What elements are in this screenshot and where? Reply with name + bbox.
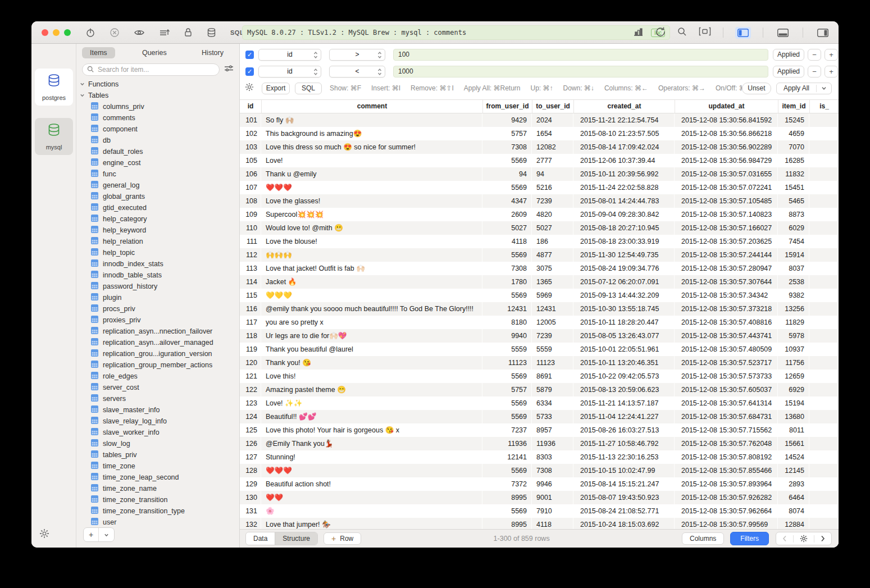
table-tree-item[interactable]: slow_log <box>76 438 239 449</box>
table-row[interactable]: 121 Love this! 5569 8691 2015-10-22 09:4… <box>240 370 839 383</box>
table-tree-item[interactable]: help_topic <box>76 247 239 258</box>
column-header-to-user-id[interactable]: to_user_id <box>532 100 573 113</box>
cell-to-user-id[interactable]: 9001 <box>532 491 573 504</box>
column-header-id[interactable]: id <box>240 100 261 113</box>
cell-created-at[interactable]: 2015-11-30 12:54:49.735 <box>573 248 675 262</box>
cell-updated-at[interactable]: 2015-12-08 15:30:57.926282 <box>675 491 778 504</box>
cell-item-id[interactable]: 8873 <box>778 208 809 221</box>
cell-item-id[interactable]: 2538 <box>778 275 809 289</box>
cell-is[interactable] <box>809 410 839 423</box>
cell-created-at[interactable]: 2015-11-27 10:58:46.792 <box>573 437 675 450</box>
cell-item-id[interactable]: 5978 <box>778 329 809 343</box>
cell-id[interactable]: 130 <box>240 491 261 504</box>
preview-eye-icon[interactable] <box>134 28 145 37</box>
table-tree-item[interactable]: servers <box>76 393 239 404</box>
cell-created-at[interactable]: 2015-10-11 20:39:56.992 <box>573 167 675 181</box>
cell-created-at[interactable]: 2015-08-14 15:15:21.247 <box>573 477 675 491</box>
chevron-down-icon[interactable] <box>816 85 831 92</box>
table-row[interactable]: 112 🙌🙌🙌 5569 4877 2015-11-30 12:54:49.73… <box>240 248 839 262</box>
cell-updated-at[interactable]: 2015-12-08 15:30:56.902289 <box>675 140 778 154</box>
cell-to-user-id[interactable]: 8957 <box>532 423 573 437</box>
connection-mysql[interactable]: mysql <box>35 118 73 155</box>
cell-item-id[interactable]: 11832 <box>778 167 809 181</box>
cell-is[interactable] <box>809 154 839 167</box>
cell-from-user-id[interactable]: 7308 <box>482 140 532 154</box>
cell-is[interactable] <box>809 248 839 262</box>
table-tree-item[interactable]: time_zone_transition <box>76 494 239 505</box>
table-tree-item[interactable]: gtid_executed <box>76 202 239 213</box>
cell-to-user-id[interactable]: 7239 <box>532 194 573 208</box>
cell-updated-at[interactable]: 2015-12-08 15:30:57.166027 <box>675 221 778 235</box>
table-tree-item[interactable]: plugin <box>76 292 239 303</box>
table-row[interactable]: 102 This background is amazing😍 5757 165… <box>240 127 839 140</box>
cell-comment[interactable]: Supercool💥💥💥 <box>261 208 482 221</box>
column-header-updated-at[interactable]: updated_at <box>675 100 778 113</box>
cell-id[interactable]: 121 <box>240 370 261 383</box>
previous-page-icon[interactable] <box>776 535 793 543</box>
cell-created-at[interactable]: 2015-08-18 20:27:10.945 <box>573 221 675 235</box>
cell-updated-at[interactable]: 2015-12-08 15:30:57.573733 <box>675 370 778 383</box>
cell-is[interactable] <box>809 491 839 504</box>
table-tree-item[interactable]: engine_cost <box>76 157 239 168</box>
cell-id[interactable]: 129 <box>240 477 261 491</box>
cell-is[interactable] <box>809 194 839 208</box>
cell-to-user-id[interactable]: 4118 <box>532 518 573 529</box>
cell-id[interactable]: 109 <box>240 208 261 221</box>
cell-created-at[interactable]: 2015-08-07 19:43:50.923 <box>573 491 675 504</box>
cell-created-at[interactable]: 2015-08-14 17:09:42.024 <box>573 140 675 154</box>
cell-comment[interactable]: Amazing pastel theme 😁 <box>261 383 482 396</box>
toggle-left-panel-icon[interactable] <box>735 27 751 39</box>
filter-settings-gear-icon[interactable] <box>245 83 254 94</box>
cell-created-at[interactable]: 2015-08-13 20:59:06.623 <box>573 383 675 396</box>
cell-comment[interactable]: Beautiful action shot! <box>261 477 482 491</box>
table-tree-item[interactable]: general_log <box>76 180 239 191</box>
table-tree-item[interactable]: comments <box>76 112 239 124</box>
commit-list-icon[interactable] <box>159 28 170 37</box>
cell-id[interactable]: 118 <box>240 329 261 343</box>
cell-to-user-id[interactable]: 12005 <box>532 316 573 329</box>
cell-comment[interactable]: @emily thank you soooo much beautiful!!!… <box>261 302 482 316</box>
cell-created-at[interactable]: 2015-08-24 19:09:34.776 <box>573 262 675 275</box>
cell-from-user-id[interactable]: 4118 <box>482 235 532 248</box>
cell-id[interactable]: 101 <box>240 113 261 127</box>
table-row[interactable]: 103 Love this dress so much 😍 so nice fo… <box>240 140 839 154</box>
cell-created-at[interactable]: 2015-07-12 06:20:07.091 <box>573 275 675 289</box>
cell-created-at[interactable]: 2015-11-04 12:24:41.227 <box>573 410 675 423</box>
cell-id[interactable]: 103 <box>240 140 261 154</box>
table-tree-item[interactable]: tables_priv <box>76 449 239 461</box>
export-button[interactable]: Export <box>262 83 290 94</box>
cell-created-at[interactable]: 2015-08-10 21:23:57.505 <box>573 127 675 140</box>
chart-icon[interactable] <box>633 27 644 39</box>
cell-created-at[interactable]: 2015-10-01 22:05:51.961 <box>573 343 675 356</box>
cell-is[interactable] <box>809 477 839 491</box>
cell-to-user-id[interactable]: 5733 <box>532 410 573 423</box>
cell-comment[interactable]: Would love to! @mith 😬 <box>261 221 482 235</box>
table-row[interactable]: 130 ❤️❤️ 8995 9001 2015-08-07 19:43:50.9… <box>240 491 839 504</box>
cell-updated-at[interactable]: 2015-12-08 15:30:57.480509 <box>675 343 778 356</box>
chevron-down-icon[interactable] <box>98 528 114 541</box>
cell-item-id[interactable]: 8037 <box>778 262 809 275</box>
cell-id[interactable]: 128 <box>240 464 261 477</box>
filter-enabled-checkbox[interactable]: ✓ <box>245 67 254 76</box>
filter-value-input[interactable] <box>393 66 768 78</box>
cell-item-id[interactable]: 2893 <box>778 477 809 491</box>
cell-comment[interactable]: Love that jumper! 🏇 <box>261 518 482 529</box>
unset-button[interactable]: Unset <box>742 83 771 94</box>
table-row[interactable]: 111 Love the blouse! 4118 186 2015-08-18… <box>240 235 839 248</box>
table-row[interactable]: 109 Supercool💥💥💥 2609 4820 2015-09-04 09… <box>240 208 839 221</box>
cell-comment[interactable]: Thank you beautiful @laurel <box>261 343 482 356</box>
tree-group-functions[interactable]: Functions <box>76 79 239 90</box>
zoom-window-button[interactable] <box>64 29 71 36</box>
table-tree-item[interactable]: slave_master_info <box>76 404 239 416</box>
table-row[interactable]: 117 you are so pretty x 8180 12005 2015-… <box>240 316 839 329</box>
column-header-comment[interactable]: comment <box>261 100 482 113</box>
table-tree-item[interactable]: replication_group_member_actions <box>76 359 239 371</box>
cell-is[interactable] <box>809 343 839 356</box>
cell-is[interactable] <box>809 396 839 410</box>
cell-id[interactable]: 123 <box>240 396 261 410</box>
cell-is[interactable] <box>809 208 839 221</box>
cell-created-at[interactable]: 2015-11-24 22:02:58.828 <box>573 181 675 194</box>
table-tree-item[interactable]: help_category <box>76 213 239 225</box>
cell-created-at[interactable]: 2015-10-24 18:15:03.692 <box>573 518 675 529</box>
toggle-right-panel-icon[interactable] <box>815 27 831 39</box>
